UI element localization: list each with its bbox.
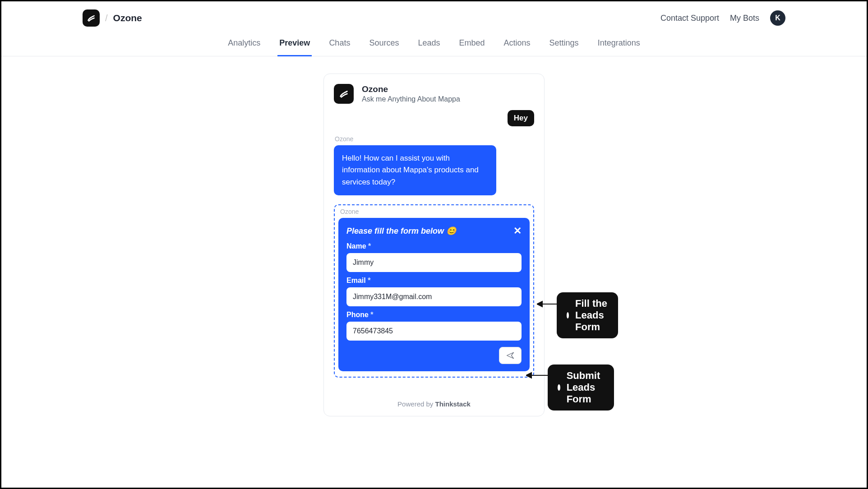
callout-fill-text: Fill the Leads Form	[575, 298, 608, 333]
footer-brand: Thinkstack	[435, 400, 471, 408]
form-title: Please fill the form below 😊	[346, 226, 456, 236]
tab-leads[interactable]: Leads	[418, 38, 440, 56]
send-icon	[505, 351, 515, 360]
callout-dot-icon	[558, 384, 560, 391]
submit-row	[346, 347, 522, 364]
email-label: Email *	[346, 277, 522, 285]
chat-body: Hey Ozone Hello! How can I assist you wi…	[324, 110, 544, 195]
chat-header: Ozone Ask me Anything About Mappa	[324, 74, 544, 110]
svg-marker-3	[526, 373, 531, 378]
contact-support-link[interactable]: Contact Support	[660, 14, 719, 23]
chat-preview-card: Ozone Ask me Anything About Mappa Hey Oz…	[323, 74, 545, 416]
bot-message: Hello! How can I assist you with informa…	[334, 145, 496, 195]
callout-dot-icon	[567, 312, 569, 318]
name-label: Name *	[346, 242, 522, 250]
email-input[interactable]	[346, 287, 522, 306]
tab-analytics[interactable]: Analytics	[228, 38, 260, 56]
tab-embed[interactable]: Embed	[459, 38, 485, 56]
chat-title: Ozone	[362, 84, 460, 94]
email-label-text: Email	[346, 277, 366, 284]
header-right: Contact Support My Bots K	[660, 10, 785, 26]
callout-fill-form: Fill the Leads Form	[557, 292, 618, 338]
phone-label-text: Phone	[346, 311, 369, 318]
chat-logo-icon	[334, 84, 354, 104]
leads-form-wrapper: Ozone Please fill the form below 😊 ✕ Nam…	[334, 204, 534, 378]
tab-actions[interactable]: Actions	[504, 38, 531, 56]
tab-sources[interactable]: Sources	[369, 38, 399, 56]
phone-input[interactable]	[346, 322, 522, 341]
my-bots-link[interactable]: My Bots	[730, 14, 759, 23]
brand-logo-icon[interactable]	[83, 9, 100, 27]
chat-footer: Powered by Thinkstack	[324, 400, 544, 408]
chat-subtitle: Ask me Anything About Mappa	[362, 95, 460, 103]
tab-preview[interactable]: Preview	[279, 38, 310, 56]
breadcrumb-separator: /	[105, 13, 108, 23]
leads-form-card: Please fill the form below 😊 ✕ Name * Em…	[338, 218, 530, 371]
phone-label: Phone *	[346, 311, 522, 319]
name-label-text: Name	[346, 242, 366, 250]
bot-sender-label: Ozone	[335, 135, 534, 143]
svg-marker-1	[537, 301, 542, 307]
breadcrumb-title: Ozone	[113, 13, 142, 23]
user-message: Hey	[508, 110, 534, 126]
header-left: / Ozone	[83, 9, 142, 27]
tabs-bar: Analytics Preview Chats Sources Leads Em…	[1, 32, 867, 56]
avatar[interactable]: K	[770, 10, 785, 26]
footer-prefix: Powered by	[397, 400, 435, 408]
submit-button[interactable]	[499, 347, 522, 364]
arrow-icon	[537, 300, 557, 308]
name-input[interactable]	[346, 253, 522, 272]
form-title-row: Please fill the form below 😊 ✕	[346, 226, 522, 236]
callout-submit-text: Submit Leads Form	[567, 370, 604, 405]
callout-submit-form: Submit Leads Form	[548, 364, 614, 411]
tab-integrations[interactable]: Integrations	[598, 38, 640, 56]
chat-header-text: Ozone Ask me Anything About Mappa	[362, 84, 460, 103]
form-sender-label: Ozone	[340, 208, 530, 215]
header: / Ozone Contact Support My Bots K	[1, 1, 867, 32]
tab-settings[interactable]: Settings	[549, 38, 579, 56]
tab-chats[interactable]: Chats	[329, 38, 350, 56]
arrow-icon	[526, 372, 548, 379]
close-icon[interactable]: ✕	[513, 226, 522, 236]
